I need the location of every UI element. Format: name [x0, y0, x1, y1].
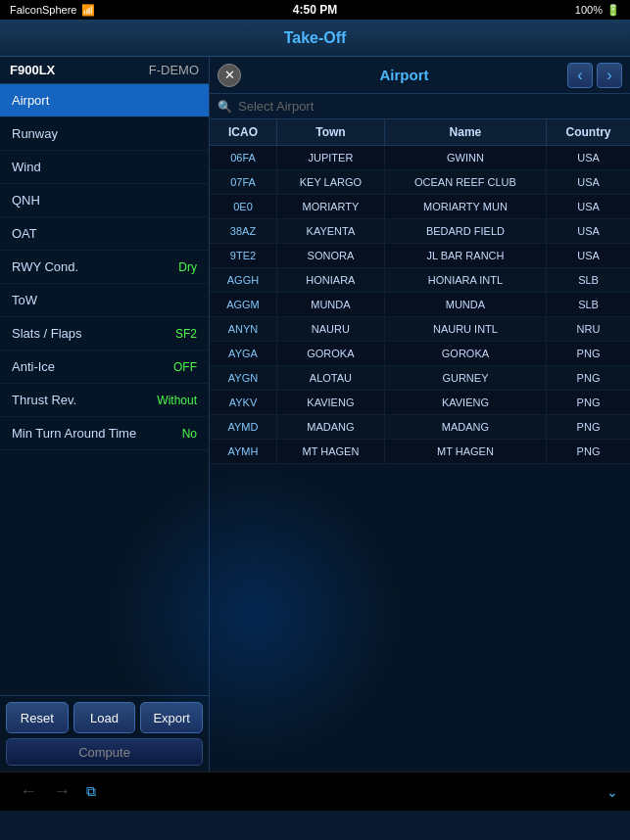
right-panel: ✕ Airport ‹ › 🔍 ICAO Town Name Country [210, 57, 630, 771]
main-content: F900LX F-DEMO AirportRunwayWindQNHOATRWY… [0, 57, 630, 771]
cell-town: HONIARA [276, 268, 384, 293]
sidebar-item-rwy-cond[interactable]: RWY Cond.Dry [0, 251, 209, 284]
page-title: Take-Off [284, 29, 347, 47]
airport-table[interactable]: ICAO Town Name Country 06FAJUPITERGWINNU… [210, 119, 630, 771]
cell-icao: AGGH [210, 268, 276, 293]
forward-button[interactable]: → [45, 777, 78, 806]
cell-name: KAVIENG [384, 391, 546, 415]
sidebar-item-airport[interactable]: Airport [0, 84, 209, 117]
cell-icao: AGGM [210, 293, 276, 317]
next-arrow[interactable]: › [597, 63, 622, 88]
cell-country: PNG [547, 391, 630, 415]
table-row[interactable]: ANYNNAURUNAURU INTLNRU [210, 317, 630, 342]
cell-name: OCEAN REEF CLUB [384, 170, 546, 195]
sidebar-item-runway[interactable]: Runway [0, 117, 209, 151]
cell-country: USA [547, 146, 630, 170]
sidebar: F900LX F-DEMO AirportRunwayWindQNHOATRWY… [0, 57, 210, 771]
cell-icao: AYGN [210, 366, 276, 391]
cell-icao: AYKV [210, 391, 276, 415]
cell-name: GWINN [384, 146, 546, 170]
aircraft-name: F900LX [10, 63, 55, 77]
sidebar-item-label: Thrust Rev. [12, 393, 76, 407]
cell-icao: 38AZ [210, 219, 276, 244]
cell-country: USA [547, 219, 630, 244]
cell-country: PNG [547, 415, 630, 440]
sidebar-item-value: Without [157, 394, 197, 407]
table-row[interactable]: 0E0MORIARTYMORIARTY MUNUSA [210, 195, 630, 219]
cell-town: MT HAGEN [276, 440, 384, 464]
table-row[interactable]: AYKVKAVIENGKAVIENGPNG [210, 391, 630, 415]
sidebar-item-value: OFF [173, 360, 197, 374]
sidebar-item-min-turn[interactable]: Min Turn Around TimeNo [0, 417, 209, 450]
cell-icao: AYGA [210, 342, 276, 366]
cell-country: USA [547, 244, 630, 268]
sidebar-bottom: Reset Load Export Compute [0, 695, 209, 771]
cell-town: MUNDA [276, 293, 384, 317]
table-row[interactable]: AYMHMT HAGENMT HAGENPNG [210, 440, 630, 464]
demo-label: F-DEMO [149, 63, 199, 77]
cell-town: JUPITER [276, 146, 384, 170]
wifi-icon: 📶 [81, 4, 95, 17]
sidebar-item-wind[interactable]: Wind [0, 151, 209, 184]
sidebar-item-qnh[interactable]: QNH [0, 184, 209, 217]
battery: 100% [575, 4, 603, 16]
cell-name: HONIARA INTL [384, 268, 546, 293]
modal-title: Airport [241, 67, 567, 83]
cell-country: USA [547, 195, 630, 219]
cell-name: MORIARTY MUN [384, 195, 546, 219]
col-country: Country [547, 119, 630, 146]
table-row[interactable]: 38AZKAYENTABEDARD FIELDUSA [210, 219, 630, 244]
table-row[interactable]: AGGHHONIARAHONIARA INTLSLB [210, 268, 630, 293]
sidebar-item-label: ToW [12, 293, 37, 307]
chevron-down-icon[interactable]: ⌄ [606, 784, 618, 800]
cell-country: PNG [547, 440, 630, 464]
table-row[interactable]: 9TE2SONORAJL BAR RANCHUSA [210, 244, 630, 268]
compute-button[interactable]: Compute [6, 738, 203, 766]
cell-icao: ANYN [210, 317, 276, 342]
sidebar-item-slats-flaps[interactable]: Slats / FlapsSF2 [0, 317, 209, 350]
table-row[interactable]: AYMDMADANGMADANGPNG [210, 415, 630, 440]
back-button[interactable]: ← [12, 777, 45, 806]
reset-button[interactable]: Reset [6, 702, 69, 733]
cell-country: NRU [547, 317, 630, 342]
table-row[interactable]: 07FAKEY LARGOOCEAN REEF CLUBUSA [210, 170, 630, 195]
battery-icon: 🔋 [606, 4, 620, 17]
table-header: ICAO Town Name Country [210, 119, 630, 146]
sidebar-item-tow[interactable]: ToW [0, 284, 209, 317]
col-town: Town [276, 119, 384, 146]
table-row[interactable]: AYGAGOROKAGOROKAPNG [210, 342, 630, 366]
search-bar: 🔍 [210, 94, 630, 119]
table-row[interactable]: 06FAJUPITERGWINNUSA [210, 146, 630, 170]
table-row[interactable]: AYGNALOTAUGURNEYPNG [210, 366, 630, 391]
sidebar-item-oat[interactable]: OAT [0, 217, 209, 251]
sidebar-item-anti-ice[interactable]: Anti-IceOFF [0, 350, 209, 384]
cell-name: NAURU INTL [384, 317, 546, 342]
load-button[interactable]: Load [73, 702, 136, 733]
title-bar: Take-Off [0, 20, 630, 57]
cell-town: GOROKA [276, 342, 384, 366]
cell-town: KAYENTA [276, 219, 384, 244]
copy-button[interactable]: ⧉ [78, 779, 104, 804]
cell-name: MUNDA [384, 293, 546, 317]
sidebar-item-value: SF2 [175, 327, 197, 341]
sidebar-item-value: No [182, 427, 197, 441]
sidebar-item-thrust-rev[interactable]: Thrust Rev.Without [0, 384, 209, 417]
col-name: Name [384, 119, 546, 146]
search-input[interactable] [238, 99, 622, 114]
search-icon: 🔍 [218, 100, 232, 114]
table-row[interactable]: AGGMMUNDAMUNDASLB [210, 293, 630, 317]
app-name: FalconSphere [10, 4, 77, 16]
close-button[interactable]: ✕ [218, 64, 241, 87]
cell-icao: 0E0 [210, 195, 276, 219]
cell-country: PNG [547, 366, 630, 391]
sidebar-item-label: OAT [12, 226, 37, 241]
bottom-toolbar: ← → ⧉ ⌄ [0, 771, 630, 811]
sidebar-item-label: Slats / Flaps [12, 326, 82, 341]
sidebar-item-label: Runway [12, 126, 58, 141]
cell-country: SLB [547, 293, 630, 317]
prev-arrow[interactable]: ‹ [567, 63, 593, 88]
cell-country: PNG [547, 342, 630, 366]
cell-country: SLB [547, 268, 630, 293]
cell-icao: AYMD [210, 415, 276, 440]
export-button[interactable]: Export [140, 702, 203, 733]
